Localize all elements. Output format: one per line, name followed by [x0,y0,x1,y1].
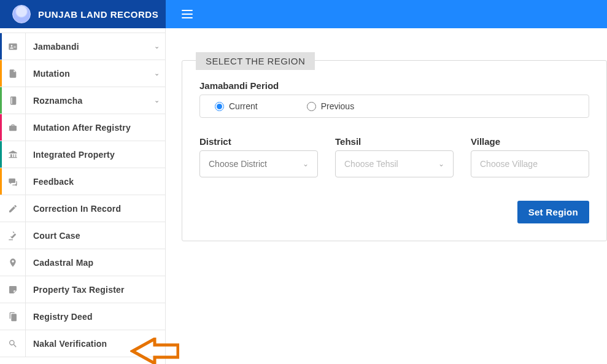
sidebar-item-jamabandi[interactable]: Jamabandi ⌄ [0,33,165,60]
radio-previous-label: Previous [321,101,354,111]
village-placeholder: Choose Village [480,159,538,169]
radio-previous-input[interactable] [307,102,316,111]
radio-current-label: Current [229,101,258,111]
period-label: Jamabandi Period [199,80,589,91]
radio-current[interactable]: Current [215,101,258,111]
period-radio-group: Current Previous [199,95,589,118]
sidebar-scroll[interactable]: Jamabandi ⌄ Mutation ⌄ Roznamcha ⌄ Mutat… [0,28,166,241]
panel-legend: SELECT THE REGION [196,52,315,70]
sidebar-item-label: Mutation [26,69,148,79]
topbar-right [166,0,607,28]
sidebar-item-label: Jamabandi [26,42,148,52]
brand-logo-icon [12,5,31,23]
region-panel: SELECT THE REGION Jamabandi Period Curre… [182,60,607,241]
tehsil-field: Tehsil Choose Tehsil ⌄ [335,136,454,177]
village-select[interactable]: Choose Village ⌄ [471,150,589,177]
sidebar-item-roznamcha[interactable]: Roznamcha ⌄ [0,87,165,114]
district-select[interactable]: Choose District ⌄ [199,150,318,177]
sidebar-item-label: Roznamcha [26,96,148,106]
tehsil-placeholder: Choose Tehsil [344,159,398,169]
chevron-down-icon: ⌄ [148,69,165,77]
chevron-down-icon: ⌄ [148,96,165,104]
main: SELECT THE REGION Jamabandi Period Curre… [166,28,607,241]
tehsil-label: Tehsil [335,136,454,147]
sidebar-item-label: Correction In Record [26,204,165,214]
sidebar-item-feedback[interactable]: Feedback [0,168,165,195]
sidebar-item-court-case[interactable]: Court Case [0,222,165,241]
sidebar-item-label: Court Case [26,231,165,241]
sidebar-item-label: Feedback [26,177,165,187]
radio-current-input[interactable] [215,102,224,111]
brand-title: PUNJAB LAND RECORDS [38,9,158,20]
menu-toggle-icon[interactable] [182,10,193,18]
edit-icon [0,195,26,222]
sidebar: Jamabandi ⌄ Mutation ⌄ Roznamcha ⌄ Mutat… [0,28,166,241]
file-icon [0,60,26,87]
id-card-icon [0,33,26,60]
village-field: Village Choose Village ⌄ [471,136,589,177]
brand: PUNJAB LAND RECORDS [0,0,166,28]
village-label: Village [471,136,589,147]
chevron-down-icon: ⌄ [438,160,444,168]
sidebar-item-label: Integrated Property [26,150,165,160]
sidebar-spacer [0,28,165,33]
chevron-down-icon: ⌄ [148,42,165,50]
district-field: District Choose District ⌄ [199,136,318,177]
set-region-button[interactable]: Set Region [517,201,589,223]
topbar: PUNJAB LAND RECORDS [0,0,607,28]
district-placeholder: Choose District [209,159,267,169]
radio-previous[interactable]: Previous [307,101,354,111]
chevron-down-icon: ⌄ [303,160,309,168]
gavel-icon [0,222,26,241]
sidebar-item-mutation[interactable]: Mutation ⌄ [0,60,165,87]
briefcase-icon [0,114,26,141]
book-icon [0,87,26,114]
sidebar-item-label: Mutation After Registry [26,123,165,133]
sidebar-item-correction[interactable]: Correction In Record [0,195,165,222]
sidebar-item-mutation-after-registry[interactable]: Mutation After Registry [0,114,165,141]
sidebar-item-integrated-property[interactable]: Integrated Property [0,141,165,168]
institution-icon [0,141,26,168]
comments-icon [0,168,26,195]
tehsil-select[interactable]: Choose Tehsil ⌄ [335,150,454,177]
district-label: District [199,136,318,147]
